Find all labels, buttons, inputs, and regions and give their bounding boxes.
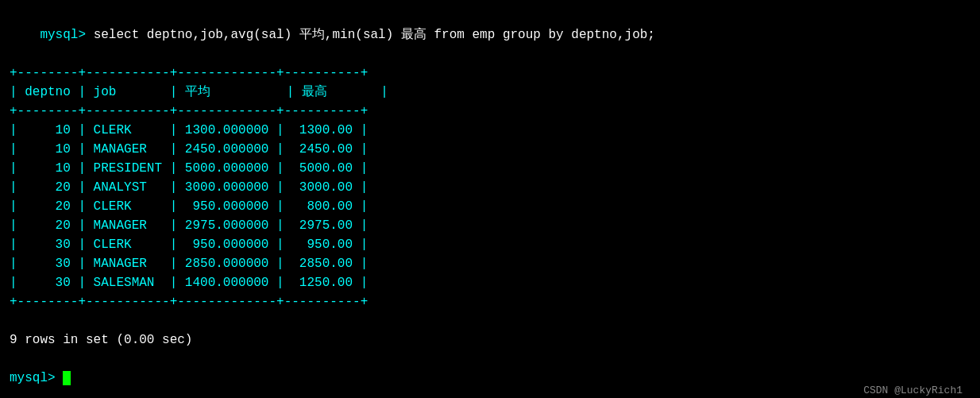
empty-line [10, 311, 970, 330]
new-prompt-label: mysql> [10, 369, 63, 388]
top-separator: +--------+-----------+-------------+----… [10, 64, 970, 83]
table-row: | 30 | CLERK | 950.000000 | 950.00 | [10, 235, 970, 254]
table-header: | deptno | job | 平均 | 最高 | [10, 83, 970, 102]
table-row: | 30 | SALESMAN | 1400.000000 | 1250.00 … [10, 273, 970, 292]
cursor [63, 371, 71, 385]
terminal-window: mysql> select deptno,job,avg(sal) 平均,min… [10, 6, 970, 398]
header-separator: +--------+-----------+-------------+----… [10, 102, 970, 121]
table-row: | 20 | CLERK | 950.000000 | 800.00 | [10, 197, 970, 216]
new-prompt-line: mysql> [10, 369, 970, 388]
table-row: | 20 | ANALYST | 3000.000000 | 3000.00 | [10, 178, 970, 197]
table-row: | 10 | MANAGER | 2450.000000 | 2450.00 | [10, 140, 970, 159]
command-line: mysql> select deptno,job,avg(sal) 平均,min… [10, 6, 970, 64]
prompt-label: mysql> [40, 28, 93, 42]
result-info: 9 rows in set (0.00 sec) [10, 330, 970, 350]
table-row: | 10 | CLERK | 1300.000000 | 1300.00 | [10, 121, 970, 140]
watermark: CSDN @LuckyRich1 [863, 384, 963, 396]
sql-command: select deptno,job,avg(sal) 平均,min(sal) 最… [94, 28, 655, 42]
table-row: | 10 | PRESIDENT | 5000.000000 | 5000.00… [10, 159, 970, 178]
table-row: | 20 | MANAGER | 2975.000000 | 2975.00 | [10, 216, 970, 235]
table-row: | 30 | MANAGER | 2850.000000 | 2850.00 | [10, 254, 970, 273]
empty-line-2 [10, 350, 970, 369]
bottom-separator: +--------+-----------+-------------+----… [10, 292, 970, 311]
